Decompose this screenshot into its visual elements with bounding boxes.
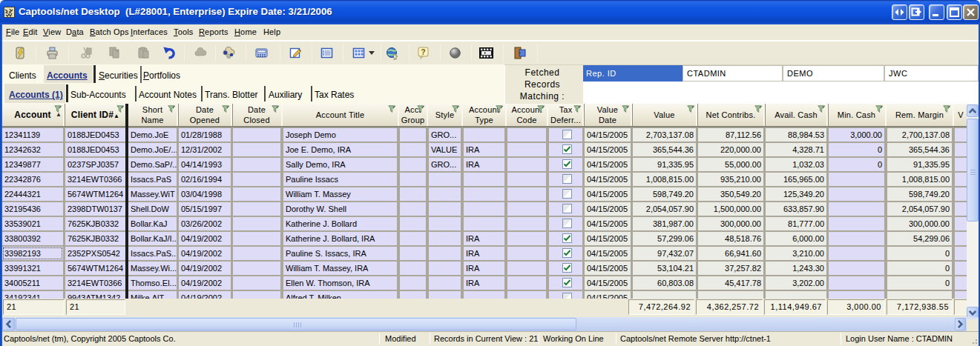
svg-text:?: ? bbox=[421, 48, 425, 56]
